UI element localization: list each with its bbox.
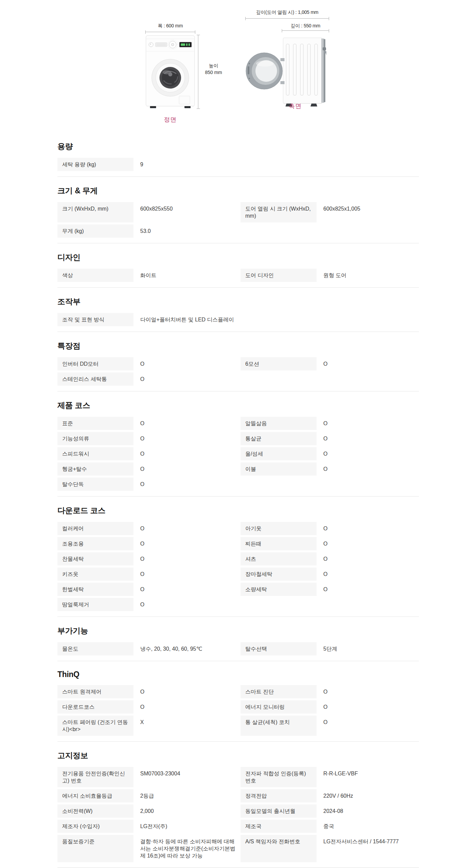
spec-label: 인버터 DD모터 (57, 357, 133, 370)
spec-value: O (317, 522, 419, 535)
spec-row: 세탁 용량 (kg) 9 (57, 158, 236, 171)
section-grid: 표준 O 기능성의류 O 스피드워시 O 헹굼+탈수 O 탈수단독 O 알뜰삶음… (57, 417, 419, 491)
spec-row: 에너지 소비효율등급 2등급 (57, 789, 236, 802)
spec-label: 제조자 (수입자) (57, 820, 133, 833)
spec-row: 품질보증기준 결함·하자 등에 따른 소비자피해에 대해서는 소비자분쟁해결기준… (57, 835, 236, 862)
spec-value: O (317, 537, 419, 550)
spec-label: 장마철세탁 (241, 568, 317, 581)
spec-row: 셔츠 O (241, 552, 419, 565)
spec-row: 찬물세탁 O (57, 552, 236, 565)
spec-value: LG전자(주) (133, 820, 236, 833)
spec-row: 통살균 O (241, 432, 419, 445)
spec-value: O (317, 447, 419, 460)
front-view-figure: 폭 : 600 mm (141, 20, 226, 128)
spec-value: 2,000 (133, 804, 236, 818)
spec-label: 스피드워시 (57, 447, 133, 460)
spec-row: 도어 열림 시 크기 (WxHxD, mm) 600x825x1,005 (241, 202, 419, 222)
spec-row: 제조국 중국 (241, 820, 419, 833)
spec-value: 220V / 60Hz (317, 789, 419, 802)
spec-value: 결함·하자 등에 따른 소비자피해에 대해서는 소비자분쟁해결기준(소비자기본법… (133, 835, 236, 862)
spec-value: 냉수, 20, 30, 40, 60, 95℃ (133, 642, 236, 655)
spec-row: 다운로드코스 O (57, 700, 236, 714)
spec-value: 53.0 (133, 224, 236, 238)
spec-value: O (133, 537, 236, 550)
spec-row: 6모션 O (241, 357, 419, 370)
spec-value: O (317, 700, 419, 714)
section-title: 부가기능 (57, 626, 419, 636)
spec-value: X (133, 716, 236, 736)
section-grid: 크기 (WxHxD, mm) 600x825x550 무게 (kg) 53.0 … (57, 202, 419, 238)
spec-label: 스테인리스 세탁통 (57, 372, 133, 386)
spec-value: 600x825x1,005 (317, 202, 419, 222)
spec-label: 컬러케어 (57, 522, 133, 535)
section-title: ThinQ (57, 670, 419, 679)
spec-value: 화이트 (133, 269, 236, 282)
section-grid: 스마트 원격제어 O 다운로드코스 O 스마트 페어링 (건조기 연동 시)<b… (57, 685, 419, 736)
front-width-dimension-line (145, 32, 195, 32)
spec-row: 동일모델의 출시년월 2024-08 (241, 804, 419, 818)
spec-label: 표준 (57, 417, 133, 430)
spec-label: 색상 (57, 269, 133, 282)
spec-row: 한벌세탁 O (57, 583, 236, 596)
side-view-caption: 측면 (268, 102, 322, 110)
side-view-figure: 깊이(도어 열림 시) : 1,005 mm 깊이 : 550 mm (245, 7, 330, 125)
spec-label: 물온도 (57, 642, 133, 655)
spec-value: O (317, 462, 419, 476)
spec-label: 에너지 소비효율등급 (57, 789, 133, 802)
spec-section: 디자인 색상 화이트 도어 디자인 원형 도어 (57, 243, 419, 288)
section-title: 용량 (57, 141, 419, 152)
spec-value: 9 (133, 158, 236, 171)
spec-value: O (133, 598, 236, 611)
spec-label: 전자파 적합성 인증(등록) 번호 (241, 767, 317, 787)
spec-section: 제품 코스 표준 O 기능성의류 O 스피드워시 O 헹굼+탈수 O 탈수단독 … (57, 391, 419, 497)
front-view-image (145, 34, 195, 109)
spec-row: 전기용품 안전인증(확인신고) 번호 SM07003-23004 (57, 767, 236, 787)
front-view-caption: 정면 (145, 116, 195, 124)
spec-value: O (133, 568, 236, 581)
spec-row: 조용조용 O (57, 537, 236, 550)
spec-label: 6모션 (241, 357, 317, 370)
spec-label: A/S 책임자와 전화번호 (241, 835, 317, 862)
spec-row: 통 살균(세척) 코치 O (241, 716, 419, 736)
spec-label: 품질보증기준 (57, 835, 133, 862)
spec-label: 스마트 페어링 (건조기 연동 시)<br> (57, 716, 133, 736)
spec-row: 소비전력(W) 2,000 (57, 804, 236, 818)
spec-value: 5단계 (317, 642, 419, 655)
section-grid: 컬러케어 O 조용조용 O 찬물세탁 O 키즈옷 O 한벌세탁 O 땀얼룩제거 … (57, 522, 419, 611)
spec-label: 찬물세탁 (57, 552, 133, 565)
spec-row: 스피드워시 O (57, 447, 236, 460)
front-height-dimension-line (198, 35, 198, 109)
spec-section: ThinQ 스마트 원격제어 O 다운로드코스 O 스마트 페어링 (건조기 연… (57, 661, 419, 742)
spec-row: 이불 O (241, 462, 419, 476)
front-height-dimension-label-line1: 높이 (202, 62, 225, 69)
product-spec-page: 폭 : 600 mm (0, 0, 473, 868)
spec-row: 인버터 DD모터 O (57, 357, 236, 370)
spec-value: O (317, 583, 419, 596)
spec-value: 중국 (317, 820, 419, 833)
spec-row: A/S 책임자와 전화번호 LG전자서비스센터 / 1544-7777 (241, 835, 419, 862)
side-depth-dimension-line (282, 30, 329, 31)
spec-row: 소량세탁 O (241, 583, 419, 596)
front-height-dimension-label: 높이 850 mm (202, 62, 225, 76)
spec-label: 스마트 진단 (241, 685, 317, 698)
spec-label: 세탁 용량 (kg) (57, 158, 133, 171)
spec-row: 스마트 진단 O (241, 685, 419, 698)
spec-section: 조작부 조작 및 표현 방식 다이얼+풀터치버튼 및 LED 디스플레이 (57, 288, 419, 332)
spec-label: 조작 및 표현 방식 (57, 313, 133, 326)
spec-label: 소비전력(W) (57, 804, 133, 818)
spec-label: 스마트 원격제어 (57, 685, 133, 698)
spec-label: 다운로드코스 (57, 700, 133, 714)
spec-value: 2등급 (133, 789, 236, 802)
spec-section: 다운로드 코스 컬러케어 O 조용조용 O 찬물세탁 O 키즈옷 O 한벌세탁 … (57, 497, 419, 617)
front-width-dimension-label: 폭 : 600 mm (145, 23, 195, 29)
spec-row: 크기 (WxHxD, mm) 600x825x550 (57, 202, 236, 222)
spec-row: 스마트 원격제어 O (57, 685, 236, 698)
spec-value: O (317, 417, 419, 430)
spec-row: 스테인리스 세탁통 O (57, 372, 236, 386)
spec-value: 2024-08 (317, 804, 419, 818)
spec-label: 탈수단독 (57, 478, 133, 491)
spec-section: 특장점 인버터 DD모터 O 스테인리스 세탁통 O 6모션 O (57, 332, 419, 391)
spec-row: 물온도 냉수, 20, 30, 40, 60, 95℃ (57, 642, 236, 655)
spec-label: 도어 디자인 (241, 269, 317, 282)
section-grid: 전기용품 안전인증(확인신고) 번호 SM07003-23004 에너지 소비효… (57, 767, 419, 862)
